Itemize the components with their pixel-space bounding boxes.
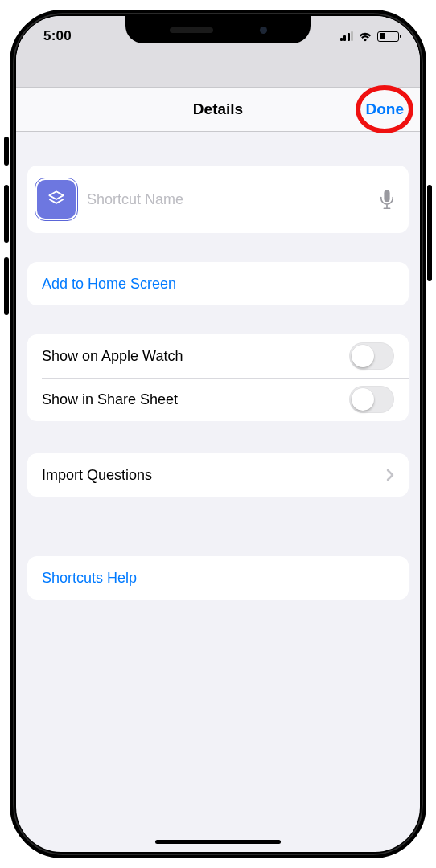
add-home-screen-button[interactable]: Add to Home Screen bbox=[27, 262, 409, 305]
apple-watch-row: Show on Apple Watch bbox=[27, 334, 409, 378]
device-frame: 5:00 Details Done bbox=[10, 10, 426, 858]
import-questions-button[interactable]: Import Questions bbox=[27, 453, 409, 497]
dictate-icon[interactable] bbox=[380, 190, 394, 209]
import-questions-label: Import Questions bbox=[42, 467, 152, 484]
volume-down bbox=[4, 257, 9, 315]
help-group: Shortcuts Help bbox=[27, 556, 409, 600]
shortcut-icon[interactable] bbox=[37, 180, 76, 219]
shortcut-name-group bbox=[27, 166, 409, 233]
svg-rect-0 bbox=[384, 190, 389, 202]
battery-icon bbox=[377, 31, 399, 42]
volume-up bbox=[4, 185, 9, 243]
status-time: 5:00 bbox=[43, 28, 72, 44]
shortcuts-help-button[interactable]: Shortcuts Help bbox=[27, 556, 409, 600]
cellular-icon bbox=[340, 31, 354, 41]
wifi-icon bbox=[358, 31, 372, 42]
home-screen-group: Add to Home Screen bbox=[27, 262, 409, 305]
nav-bar: Details Done bbox=[16, 87, 420, 132]
notch bbox=[125, 16, 311, 43]
share-sheet-row: Show in Share Sheet bbox=[27, 378, 409, 421]
mute-switch bbox=[4, 137, 9, 166]
share-sheet-toggle[interactable] bbox=[349, 386, 394, 413]
apple-watch-label: Show on Apple Watch bbox=[42, 348, 183, 365]
shortcut-name-input[interactable] bbox=[87, 191, 380, 208]
apple-watch-toggle[interactable] bbox=[349, 342, 394, 370]
import-group: Import Questions bbox=[27, 453, 409, 497]
modal-backdrop bbox=[16, 56, 420, 87]
share-sheet-label: Show in Share Sheet bbox=[42, 391, 178, 408]
home-indicator[interactable] bbox=[155, 840, 281, 844]
page-title: Details bbox=[193, 100, 243, 118]
chevron-right-icon bbox=[386, 469, 394, 481]
visibility-group: Show on Apple Watch Show in Share Sheet bbox=[27, 334, 409, 421]
done-button[interactable]: Done bbox=[366, 100, 405, 118]
shortcuts-help-label: Shortcuts Help bbox=[42, 570, 137, 587]
power-button bbox=[427, 185, 432, 281]
add-home-screen-label: Add to Home Screen bbox=[42, 276, 176, 293]
